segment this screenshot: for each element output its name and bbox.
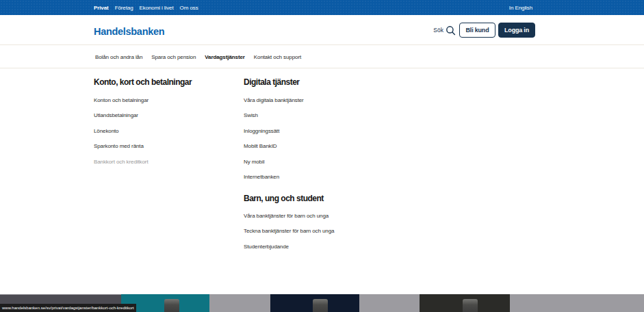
product-card-image [313, 299, 328, 312]
menu-link-teckna-banktj-nster-f-r-barn-och-unga[interactable]: Teckna banktjänster för barn och unga [244, 228, 334, 234]
strip-segment [510, 294, 644, 312]
menu-link-item: Våra banktjänster för barn och unga [244, 208, 449, 224]
menu-link-item: Mobilt BankID [244, 139, 449, 155]
menu-link-item: Teckna banktjänster för barn och unga [244, 224, 449, 239]
menu-link-v-ra-banktj-nster-f-r-barn-och-unga[interactable]: Våra banktjänster för barn och unga [244, 213, 329, 219]
topbar-item-f-retag[interactable]: Företag [115, 5, 133, 11]
menu-link-item: Bankkort och kreditkort [94, 154, 244, 170]
menu-links-digitala: Våra digitala banktjänsterSwishInloggnin… [244, 92, 449, 185]
menu-link-inloggningss-tt[interactable]: Inloggningssätt [244, 128, 279, 134]
menu-link-item: Studenterbjudande [244, 239, 449, 255]
nav-item-bol-n-och-andra-l-n[interactable]: Bolån och andra lån [95, 54, 142, 60]
menu-link-ny-mobil[interactable]: Ny mobil [244, 159, 264, 165]
menu-link-item: Internetbanken [244, 170, 449, 185]
menu-link-item: Ny mobil [244, 154, 449, 170]
topbar-item-privat[interactable]: Privat [94, 5, 109, 11]
menu-heading-konto: Konto, kort och betalningar [94, 75, 244, 89]
menu-link-item: Swish [244, 108, 449, 124]
product-card-image [463, 299, 478, 312]
strip-segment [209, 294, 270, 312]
menu-heading-barn: Barn, ung och student [244, 192, 449, 205]
site-header: Handelsbanken Sök Bli kund Logga in [0, 15, 644, 45]
menu-link-swish[interactable]: Swish [244, 112, 258, 118]
search-icon [446, 25, 456, 36]
nav-item-kontakt-och-support[interactable]: Kontakt och support [254, 54, 301, 60]
menu-link-item: Våra digitala banktjänster [244, 92, 449, 108]
language-link[interactable]: In English [509, 5, 532, 11]
menu-link-item: Inloggningssätt [244, 123, 449, 139]
nav-item-spara-och-pension[interactable]: Spara och pension [151, 54, 196, 60]
main-nav: Bolån och andra lånSpara och pensionVard… [0, 45, 644, 68]
menu-link-sparkonto-med-r-nta[interactable]: Sparkonto med ränta [94, 143, 144, 149]
top-nav: PrivatFöretagEkonomi i livetOm oss [94, 0, 198, 15]
nav-item-vardagstj-nster[interactable]: Vardagstjänster [205, 54, 245, 60]
menu-link-utlandsbetalningar[interactable]: Utlandsbetalningar [94, 112, 138, 118]
menu-heading-digitala: Digitala tjänster [244, 75, 449, 89]
menu-link-item: Lönekonto [94, 123, 244, 139]
search-label: Sök [433, 27, 443, 34]
status-bar-url: www.handelsbanken.se/sv/privat/vardagstj… [0, 304, 136, 312]
search-button[interactable]: Sök [433, 25, 456, 36]
menu-link-konton-och-betalningar[interactable]: Konton och betalningar [94, 97, 149, 103]
menu-links-barn: Våra banktjänster för barn och ungaTeckn… [244, 208, 449, 255]
menu-link-l-nekonto[interactable]: Lönekonto [94, 128, 118, 134]
menu-link-item: Sparkonto med ränta [94, 139, 244, 155]
topbar-item-om-oss[interactable]: Om oss [180, 5, 198, 11]
menu-links-konto: Konton och betalningarUtlandsbetalningar… [94, 92, 244, 170]
menu-link-item: Konton och betalningar [94, 92, 244, 108]
menu-link-mobilt-bankid[interactable]: Mobilt BankID [244, 143, 277, 149]
menu-link-studenterbjudande[interactable]: Studenterbjudande [244, 244, 289, 250]
menu-link-v-ra-digitala-banktj-nster[interactable]: Våra digitala banktjänster [244, 97, 304, 103]
become-customer-button[interactable]: Bli kund [459, 23, 495, 38]
top-bar: PrivatFöretagEkonomi i livetOm oss In En… [0, 0, 644, 15]
menu-link-bankkort-och-kreditkort[interactable]: Bankkort och kreditkort [94, 159, 149, 165]
product-card-image [164, 299, 179, 312]
mega-menu: Konto, kort och betalningar Konton och b… [0, 68, 644, 294]
topbar-item-ekonomi-i-livet[interactable]: Ekonomi i livet [140, 5, 174, 11]
logo[interactable]: Handelsbanken [94, 26, 164, 37]
menu-link-internetbanken[interactable]: Internetbanken [244, 174, 279, 180]
login-button[interactable]: Logga in [498, 23, 535, 38]
strip-segment [359, 294, 420, 312]
menu-link-item: Utlandsbetalningar [94, 108, 244, 124]
